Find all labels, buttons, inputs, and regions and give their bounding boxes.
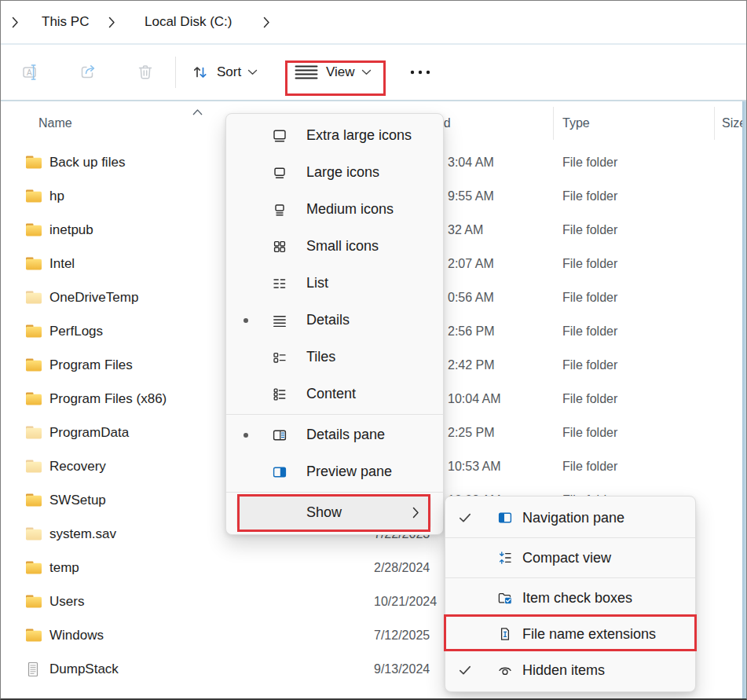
folder-icon	[25, 391, 42, 406]
details-icon	[265, 313, 294, 328]
menu-item-label: Preview pane	[306, 464, 392, 480]
delete-button[interactable]	[136, 45, 155, 100]
details-icon	[272, 313, 287, 328]
command-bar: A Sort	[1, 45, 746, 100]
menu-item-label: Medium icons	[306, 201, 394, 218]
folder-icon	[25, 526, 42, 541]
folder-icon	[25, 222, 44, 238]
large-icons-icon	[265, 165, 294, 181]
show-submenu-item-file-name-extensions[interactable]: File name extensions	[445, 616, 695, 652]
item-check-boxes-icon	[497, 590, 513, 606]
view-menu-item-tiles[interactable]: Tiles	[226, 339, 443, 376]
menu-item-label: Large icons	[306, 164, 379, 181]
menu-item-label: List	[306, 275, 328, 291]
address-chevron-icon[interactable]	[12, 1, 19, 43]
toolbar-separator	[175, 57, 176, 88]
file-date-modified: 10:53 AM	[448, 449, 501, 483]
file-date-modified: 10/21/2024	[374, 585, 437, 618]
extra-large-icons-icon	[265, 128, 294, 144]
breadcrumb-this-pc[interactable]: This PC	[42, 1, 89, 43]
selected-bullet-icon	[244, 433, 248, 438]
view-menu-item-list[interactable]: List	[226, 265, 443, 302]
view-menu-item-preview-pane[interactable]: Preview pane	[226, 453, 443, 490]
check-slot	[445, 665, 485, 676]
breadcrumb-local-disk-c[interactable]: Local Disk (C:)	[145, 1, 232, 43]
folder-icon	[25, 526, 44, 542]
view-menu-item-details[interactable]: Details	[226, 302, 443, 339]
folder-icon	[25, 357, 44, 373]
file-date-modified: 2:25 PM	[448, 416, 495, 449]
share-button[interactable]	[79, 45, 99, 100]
file-date-modified: 2:42 PM	[448, 348, 495, 382]
tiles-icon	[272, 350, 287, 365]
breadcrumb: This PC Local Disk (C:)	[1, 1, 746, 43]
trash-icon	[136, 63, 155, 82]
folder-icon	[25, 594, 44, 610]
folder-icon	[25, 155, 42, 170]
folder-icon	[25, 391, 44, 407]
file-type: File folder	[562, 449, 617, 483]
share-icon	[79, 63, 99, 82]
file-name: SWSetup	[49, 483, 106, 517]
show-submenu-item-navigation-pane[interactable]: Navigation pane	[445, 500, 695, 536]
file-name: Back up files	[49, 145, 125, 179]
show-submenu-item-item-check-boxes[interactable]: Item check boxes	[445, 580, 695, 616]
file-type: File folder	[562, 382, 617, 416]
view-menu-item-details-pane[interactable]: Details pane	[226, 416, 443, 453]
file-date-modified: 2/28/2024	[374, 551, 430, 585]
hidden-items-icon	[497, 662, 513, 678]
rename-icon: A	[22, 63, 42, 82]
folder-icon	[25, 594, 42, 609]
file-name: hp	[49, 179, 64, 213]
file-date-modified: 7/12/2025	[374, 618, 430, 652]
vertical-scrollbar[interactable]	[742, 101, 747, 698]
column-header-type[interactable]: Type	[562, 106, 590, 141]
column-separator[interactable]	[714, 107, 715, 140]
column-separator[interactable]	[553, 107, 554, 140]
chevron-right-icon[interactable]	[108, 1, 115, 43]
rename-button[interactable]: A	[22, 45, 42, 100]
file-type: File folder	[562, 416, 617, 449]
file-type: File folder	[562, 247, 617, 280]
view-menu-item-small-icons[interactable]: Small icons	[226, 228, 443, 265]
chevron-right-icon[interactable]	[263, 1, 270, 43]
check-icon	[459, 512, 471, 523]
file-icon	[25, 662, 44, 677]
folder-icon	[25, 256, 44, 272]
file-date-modified: 9:55 AM	[448, 179, 494, 213]
content-icon	[272, 387, 287, 402]
file-name: Windows	[49, 618, 104, 652]
show-submenu-item-hidden-items[interactable]: Hidden items	[445, 652, 695, 688]
view-menu-item-medium-icons[interactable]: Medium icons	[226, 191, 443, 228]
file-name: inetpub	[49, 213, 93, 247]
file-date-modified: 9/13/2024	[374, 652, 430, 686]
small-icons-icon	[265, 239, 294, 255]
folder-icon	[25, 290, 42, 305]
show-submenu: Navigation pane Compact view Item check …	[445, 496, 696, 692]
menu-item-label: Details	[306, 312, 350, 328]
folder-icon	[25, 189, 44, 204]
view-menu-item-content[interactable]: Content	[226, 376, 443, 412]
view-menu-item-show[interactable]: Show	[226, 494, 443, 531]
file-name: OneDriveTemp	[49, 280, 138, 314]
folder-icon	[25, 459, 44, 475]
folder-icon	[25, 357, 42, 372]
view-menu: Extra large icons Large icons Medium ico…	[225, 113, 444, 535]
file-name: Program Files	[49, 348, 133, 382]
selected-bullet-icon	[244, 318, 248, 323]
menu-item-label: Small icons	[306, 238, 379, 255]
file-name: Users	[49, 585, 84, 618]
small-icons-icon	[272, 239, 287, 255]
view-button[interactable]: View	[295, 45, 372, 100]
menu-item-label: Details pane	[306, 427, 385, 443]
view-menu-item-large-icons[interactable]: Large icons	[226, 154, 443, 191]
file-name: system.sav	[49, 517, 116, 551]
menu-item-label: Item check boxes	[522, 590, 632, 607]
more-button[interactable]	[408, 45, 432, 100]
view-menu-item-extra-large-icons[interactable]: Extra large icons	[226, 117, 443, 154]
show-submenu-item-compact-view[interactable]: Compact view	[445, 540, 695, 576]
folder-icon	[25, 628, 42, 643]
sort-button[interactable]: Sort	[192, 45, 258, 100]
folder-icon	[25, 560, 42, 575]
column-header-name[interactable]: Name	[38, 106, 72, 141]
